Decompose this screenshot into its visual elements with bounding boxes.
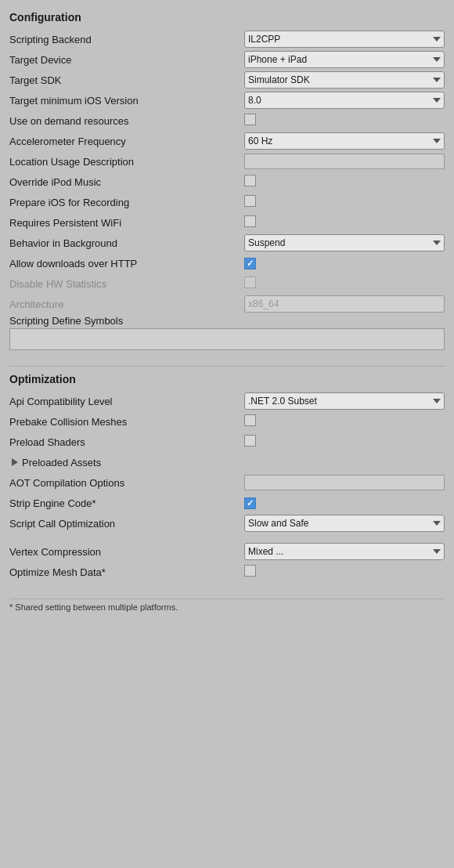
preload-shaders-row: Preload Shaders [9,432,445,451]
configuration-title: Configuration [9,11,445,24]
optimize-mesh-checkbox[interactable] [244,565,256,577]
preload-shaders-control [244,435,445,449]
target-min-ios-row: Target minimum iOS Version 8.0 9.0 10.0 … [9,91,445,110]
optimize-mesh-control [244,565,445,579]
location-usage-row: Location Usage Description [9,152,445,171]
aot-input[interactable] [244,475,445,490]
requires-wifi-control [244,215,445,230]
location-usage-label: Location Usage Description [9,156,244,168]
strip-engine-control: ✓ [244,497,445,509]
strip-engine-checkbox[interactable]: ✓ [244,497,256,509]
use-on-demand-row: Use on demand resources [9,111,445,130]
strip-engine-row: Strip Engine Code* ✓ [9,494,445,512]
prepare-ios-checkbox[interactable] [244,195,256,207]
override-ipod-control [244,175,445,189]
strip-engine-label: Strip Engine Code* [9,497,244,509]
prebake-control [244,414,445,429]
target-min-ios-select[interactable]: 8.0 9.0 10.0 11.0 [244,92,445,109]
target-device-label: Target Device [9,54,244,66]
script-call-select[interactable]: Slow and Safe Fast but no exceptions [244,515,445,532]
script-call-label: Script Call Optimization [9,518,244,530]
architecture-control: x86_64 ARMv7 ARM64 [244,295,445,313]
behavior-bg-row: Behavior in Background Suspend Exit on S… [9,233,445,252]
target-device-control: iPhone + iPad iPhone Only iPad Only [244,51,445,68]
behavior-bg-label: Behavior in Background [9,237,244,249]
optimize-mesh-row: Optimize Mesh Data* [9,562,445,581]
accelerometer-select[interactable]: 60 Hz 30 Hz 15 Hz Disabled [244,132,445,150]
disable-hw-checkbox [244,277,256,288]
scripting-backend-label: Scripting Backend [9,34,244,45]
accelerometer-label: Accelerometer Frequency [9,136,244,147]
disable-hw-control [244,277,445,291]
requires-wifi-row: Requires Persistent WiFi [9,213,445,232]
target-device-row: Target Device iPhone + iPad iPhone Only … [9,50,445,69]
allow-downloads-label: Allow downloads over HTTP [9,258,244,269]
disable-hw-label: Disable HW Statistics [9,278,244,290]
use-on-demand-label: Use on demand resources [9,115,244,127]
target-sdk-control: Simulator SDK Device SDK [244,71,445,89]
api-compat-select[interactable]: .NET 2.0 Subset .NET 2.0 .NET 4.x [244,392,445,410]
requires-wifi-checkbox[interactable] [244,215,256,227]
prebake-label: Prebake Collision Meshes [9,416,244,428]
scripting-define-row: Scripting Define Symbols [9,315,445,350]
architecture-label: Architecture [9,298,244,310]
vertex-compression-control: Mixed ... None Everything [244,543,445,560]
preloaded-assets-triangle-icon[interactable] [9,457,20,468]
use-on-demand-checkbox[interactable] [244,114,256,125]
use-on-demand-control [244,114,445,128]
location-usage-control [244,154,445,169]
allow-downloads-control: ✓ [244,257,445,269]
script-call-row: Script Call Optimization Slow and Safe F… [9,514,445,533]
allow-downloads-row: Allow downloads over HTTP ✓ [9,254,445,273]
accelerometer-row: Accelerometer Frequency 60 Hz 30 Hz 15 H… [9,132,445,150]
scripting-backend-select[interactable]: IL2CPP Mono [244,31,445,48]
override-ipod-row: Override iPod Music [9,172,445,191]
target-sdk-row: Target SDK Simulator SDK Device SDK [9,71,445,89]
allow-downloads-checkbox[interactable]: ✓ [244,258,256,269]
scripting-define-label: Scripting Define Symbols [9,315,445,327]
prebake-checkbox[interactable] [244,414,256,426]
scripting-backend-row: Scripting Backend IL2CPP Mono [9,30,445,49]
prepare-ios-control [244,195,445,209]
prepare-ios-label: Prepare iOS for Recording [9,197,244,208]
aot-row: AOT Compilation Options [9,473,445,492]
vertex-compression-row: Vertex Compression Mixed ... None Everyt… [9,542,445,561]
script-call-control: Slow and Safe Fast but no exceptions [244,515,445,532]
preload-shaders-label: Preload Shaders [9,436,244,448]
optimize-mesh-label: Optimize Mesh Data* [9,566,244,578]
footer-note: * Shared setting between multiple platfo… [9,599,445,612]
preloaded-assets-row: Preloaded Assets [9,453,445,472]
behavior-bg-control: Suspend Exit on Suspend Custom [244,234,445,251]
target-device-select[interactable]: iPhone + iPad iPhone Only iPad Only [244,51,445,68]
override-ipod-checkbox[interactable] [244,175,256,186]
disable-hw-row: Disable HW Statistics [9,274,445,293]
preload-shaders-checkbox[interactable] [244,435,256,447]
architecture-row: Architecture x86_64 ARMv7 ARM64 [9,295,445,313]
vertex-compression-select[interactable]: Mixed ... None Everything [244,543,445,560]
target-min-ios-label: Target minimum iOS Version [9,95,244,107]
api-compat-control: .NET 2.0 Subset .NET 2.0 .NET 4.x [244,392,445,410]
section-divider [9,366,445,367]
override-ipod-label: Override iPod Music [9,176,244,188]
scripting-define-input[interactable] [9,328,445,350]
architecture-select: x86_64 ARMv7 ARM64 [244,295,445,313]
aot-label: AOT Compilation Options [9,477,244,489]
scripting-backend-control: IL2CPP Mono [244,31,445,48]
location-usage-input[interactable] [244,154,445,169]
target-sdk-select[interactable]: Simulator SDK Device SDK [244,71,445,89]
requires-wifi-label: Requires Persistent WiFi [9,217,244,229]
prepare-ios-row: Prepare iOS for Recording [9,193,445,212]
accelerometer-control: 60 Hz 30 Hz 15 Hz Disabled [244,132,445,150]
prebake-row: Prebake Collision Meshes [9,412,445,431]
optimization-title: Optimization [9,373,445,385]
aot-control [244,475,445,490]
behavior-bg-select[interactable]: Suspend Exit on Suspend Custom [244,234,445,251]
vertex-compression-label: Vertex Compression [9,546,244,558]
target-min-ios-control: 8.0 9.0 10.0 11.0 [244,92,445,109]
target-sdk-label: Target SDK [9,74,244,86]
api-compat-label: Api Compatibility Level [9,396,244,407]
preloaded-assets-label: Preloaded Assets [22,457,246,468]
api-compat-row: Api Compatibility Level .NET 2.0 Subset … [9,392,445,410]
